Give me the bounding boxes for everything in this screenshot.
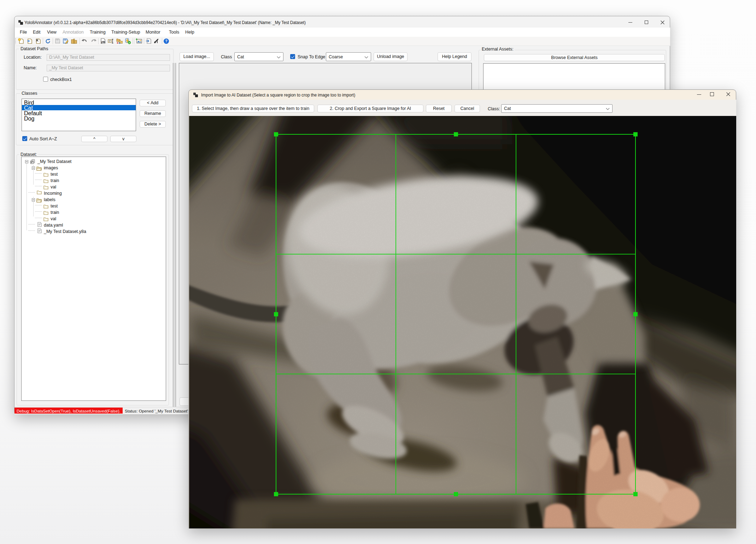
svg-text:?: ? xyxy=(165,39,167,43)
svg-text:y8a: y8a xyxy=(101,41,105,43)
